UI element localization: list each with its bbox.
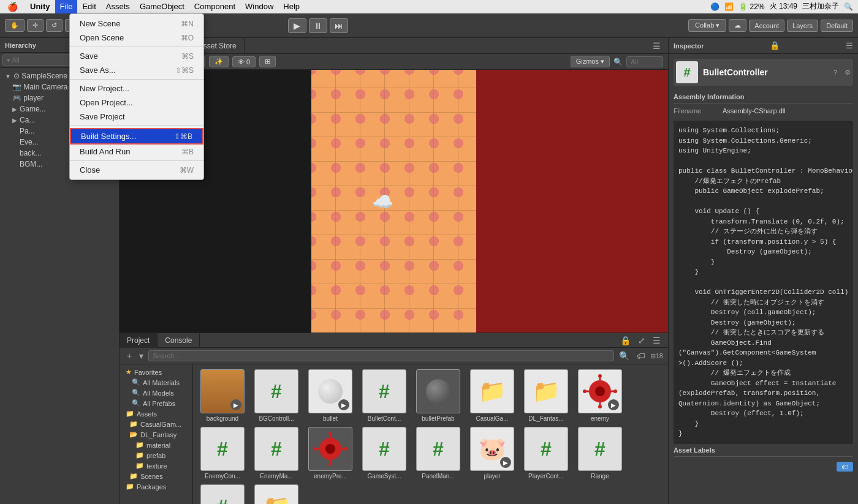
rotate-tool[interactable]: ↺ (46, 19, 63, 32)
menu-close[interactable]: Close ⌘W (70, 163, 203, 177)
sidebar-casualgam[interactable]: 📁 CasualGam... (122, 419, 190, 429)
asset-enemycon[interactable]: # EnemyCon... (198, 427, 247, 480)
app-name[interactable]: Unity (25, 2, 55, 11)
add-asset-btn[interactable]: + (124, 350, 134, 362)
sidebar-assets-root[interactable]: 📁 Assets (122, 408, 190, 419)
asset-icon-enemy: ▶ (578, 369, 622, 413)
layout-button[interactable]: Default (821, 20, 853, 32)
step-button[interactable]: ⏭ (330, 18, 348, 33)
fx-btn[interactable]: ✨ (209, 56, 229, 67)
collab-button[interactable]: Collab ▾ (688, 19, 726, 32)
asset-bulletcont[interactable]: # BulletCont... (360, 369, 409, 422)
asset-label-bulletprefab: bulletPrefab (422, 415, 454, 422)
sidebar-all-prefabs[interactable]: 🔍 All Prefabs (122, 398, 190, 408)
settings-icon[interactable]: ⚙ (845, 69, 851, 77)
sidebar-packages[interactable]: 📁 Packages (122, 481, 190, 492)
asset-retrybutton[interactable]: # Retrybutton (198, 484, 247, 504)
asset-bullet[interactable]: ▶ bullet (306, 369, 355, 422)
menu-save[interactable]: Save ⌘S (70, 49, 203, 63)
menu-save-project[interactable]: Save Project (70, 110, 203, 124)
asset-gamesyst[interactable]: # GameSyst... (360, 427, 409, 480)
tab-console[interactable]: Console (158, 333, 200, 348)
new-scene-shortcut: ⌘N (181, 20, 194, 28)
asset-enemy[interactable]: ▶ enemy (575, 369, 625, 422)
asset-label-gamesyst: GameSyst... (367, 473, 401, 480)
asset-icon-playercont: # (524, 427, 568, 471)
asset-icon-panelman: # (416, 427, 460, 471)
sidebar-all-materials[interactable]: 🔍 All Materials (122, 377, 190, 388)
viewport-tile-dots (311, 70, 476, 333)
question-icon[interactable]: ? (833, 69, 837, 76)
move-tool[interactable]: ✛ (27, 19, 44, 32)
menu-assets[interactable]: Assets (101, 0, 135, 13)
hand-tool[interactable]: ✋ (5, 19, 25, 32)
lock-btn-project[interactable]: 🔒 (618, 334, 633, 347)
grid-btn[interactable]: ⊞ (259, 56, 276, 67)
menu-open-project[interactable]: Open Project... (70, 96, 203, 110)
sidebar-texture[interactable]: 📁 texture (122, 461, 190, 471)
play-button[interactable]: ▶ (288, 18, 306, 33)
label-filter-btn[interactable]: 🏷 (634, 350, 648, 362)
vis-btn[interactable]: 👁 0 (232, 56, 256, 67)
menu-btn-project[interactable]: ☰ (650, 334, 663, 347)
search-icon[interactable]: 🔍 (844, 2, 853, 11)
asset-panelman[interactable]: # PanelMan... (414, 427, 463, 480)
menu-help[interactable]: Help (278, 0, 305, 13)
sidebar-dl-fantasy[interactable]: 📂 DL_Fantasy (122, 429, 190, 440)
assets-sidebar: ★ Favorites 🔍 All Materials 🔍 All Models… (120, 364, 193, 504)
menu-new-scene[interactable]: New Scene ⌘N (70, 17, 203, 31)
scene-search-input[interactable] (626, 56, 663, 67)
inspector-lock[interactable]: 🔒 (770, 41, 780, 50)
asset-scenes[interactable]: 📁 Scenes (252, 484, 301, 504)
search-filter-btn[interactable]: 🔍 (617, 350, 632, 362)
asset-playercont[interactable]: # PlayerCont... (522, 427, 571, 480)
asset-background[interactable]: ▶ background (198, 369, 247, 422)
svg-point-9 (613, 389, 617, 393)
bullet-sphere (318, 379, 343, 404)
folder-icon-material: 📁 (135, 441, 144, 449)
sidebar-favorites[interactable]: ★ Favorites (122, 367, 190, 377)
menu-build-and-run[interactable]: Build And Run ⌘B (70, 145, 203, 159)
filename-row: Filename Assembly-CSharp.dll (674, 106, 853, 116)
asset-casualga[interactable]: 📁 CasualGa... (468, 369, 517, 422)
menu-gameobject[interactable]: GameObject (135, 0, 189, 13)
folder-icon-dl: 📂 (129, 431, 138, 438)
asset-labels-btn[interactable]: 🏷 (837, 462, 853, 472)
menu-open-scene[interactable]: Open Scene ⌘O (70, 31, 203, 45)
asset-range[interactable]: # Range (575, 427, 625, 480)
asset-player[interactable]: 🐷 ▶ player (468, 427, 517, 480)
tab-menu-btn[interactable]: ☰ (650, 40, 663, 52)
expand-btn-project[interactable]: ⤢ (636, 334, 648, 347)
sidebar-prefab[interactable]: 📁 prefab (122, 450, 190, 461)
menu-save-as[interactable]: Save As... ⇧⌘S (70, 63, 203, 77)
sidebar-all-models[interactable]: 🔍 All Models (122, 388, 190, 398)
asset-dl-fantas[interactable]: 📁 DL_Fantas... (522, 369, 571, 422)
assets-search-input[interactable] (148, 350, 614, 361)
play-overlay-4: ▶ (500, 457, 511, 468)
layers-button[interactable]: Layers (787, 20, 818, 32)
gizmos-btn[interactable]: Gizmos ▾ (571, 56, 610, 67)
filter-btn[interactable]: ▾ (137, 350, 146, 362)
asset-bulletprefab[interactable]: bulletPrefab (414, 369, 463, 422)
inspector-menu[interactable]: ☰ (846, 41, 853, 50)
sidebar-material[interactable]: 📁 material (122, 440, 190, 450)
folder-icon-scenes: 📁 (129, 472, 138, 480)
menu-build-settings[interactable]: Build Settings... ⇧⌘B (70, 128, 203, 145)
asset-enemypre[interactable]: enemyPre... (306, 427, 355, 480)
menu-edit[interactable]: Edit (77, 0, 101, 13)
account-button[interactable]: Account (749, 20, 784, 32)
menu-file[interactable]: File (55, 0, 78, 13)
asset-icon-player: 🐷 ▶ (470, 427, 514, 471)
menu-component[interactable]: Component (189, 0, 240, 13)
menu-window[interactable]: Window (240, 0, 278, 13)
asset-icon-retrybutton: # (200, 484, 245, 504)
asset-enemyma[interactable]: # EnemyMa... (252, 427, 301, 480)
asset-label-dl-fantas: DL_Fantas... (528, 415, 563, 422)
asset-bgcontroll[interactable]: # BGControll... (252, 369, 301, 422)
pause-button[interactable]: ⏸ (309, 18, 327, 33)
sidebar-scenes[interactable]: 📁 Scenes (122, 471, 190, 481)
cloud-button[interactable]: ☁ (729, 19, 746, 32)
menu-new-project[interactable]: New Project... (70, 81, 203, 96)
tab-project[interactable]: Project (120, 333, 158, 348)
close-shortcut: ⌘W (180, 166, 194, 175)
